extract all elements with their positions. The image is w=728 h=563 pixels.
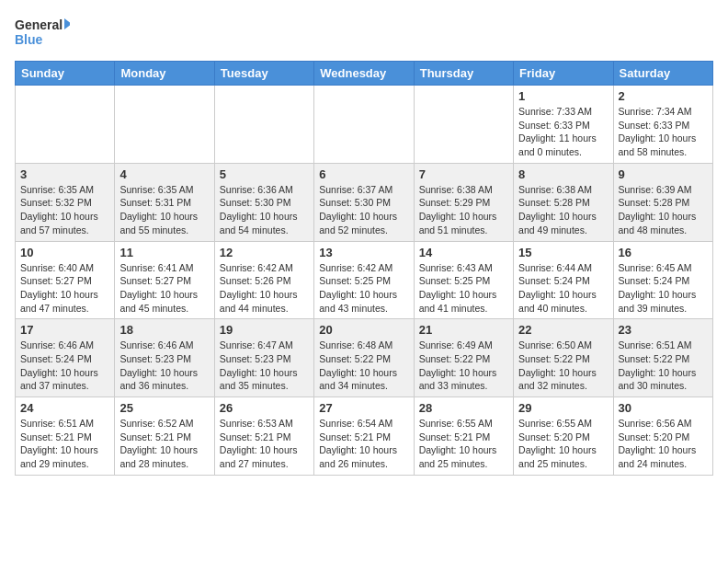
logo-svg: General Blue <box>15 15 70 52</box>
day-info: Sunrise: 6:52 AM Sunset: 5:21 PM Dayligh… <box>119 417 209 471</box>
logo: General Blue <box>15 15 70 52</box>
day-info: Sunrise: 6:42 AM Sunset: 5:26 PM Dayligh… <box>220 261 309 316</box>
day-number: 8 <box>518 167 608 181</box>
day-info: Sunrise: 6:43 AM Sunset: 5:25 PM Dayligh… <box>419 261 508 316</box>
weekday-header-friday: Friday <box>514 62 613 86</box>
day-info: Sunrise: 6:35 AM Sunset: 5:31 PM Dayligh… <box>119 183 209 237</box>
day-number: 7 <box>419 167 508 181</box>
day-number: 3 <box>20 167 109 181</box>
calendar-table: SundayMondayTuesdayWednesdayThursdayFrid… <box>15 61 713 476</box>
day-info: Sunrise: 6:56 AM Sunset: 5:20 PM Dayligh… <box>619 417 708 471</box>
day-number: 14 <box>419 246 508 259</box>
day-number: 2 <box>619 89 708 103</box>
calendar-cell <box>414 86 513 164</box>
calendar-cell: 7Sunrise: 6:38 AM Sunset: 5:29 PM Daylig… <box>414 163 513 241</box>
day-number: 4 <box>119 167 209 181</box>
calendar-cell: 29Sunrise: 6:55 AM Sunset: 5:20 PM Dayli… <box>514 397 613 476</box>
calendar-cell: 6Sunrise: 6:37 AM Sunset: 5:30 PM Daylig… <box>314 163 414 241</box>
calendar-cell <box>16 86 115 164</box>
calendar-cell: 8Sunrise: 6:38 AM Sunset: 5:28 PM Daylig… <box>514 163 613 241</box>
day-info: Sunrise: 6:53 AM Sunset: 5:21 PM Dayligh… <box>220 417 309 471</box>
weekday-header-tuesday: Tuesday <box>214 62 313 86</box>
day-number: 23 <box>619 323 708 337</box>
calendar-cell: 24Sunrise: 6:51 AM Sunset: 5:21 PM Dayli… <box>16 397 115 476</box>
calendar-cell: 30Sunrise: 6:56 AM Sunset: 5:20 PM Dayli… <box>613 397 712 476</box>
day-number: 10 <box>20 246 109 259</box>
day-number: 1 <box>518 89 608 103</box>
day-info: Sunrise: 6:38 AM Sunset: 5:28 PM Dayligh… <box>518 183 608 237</box>
day-number: 27 <box>319 401 408 415</box>
calendar-week-row: 24Sunrise: 6:51 AM Sunset: 5:21 PM Dayli… <box>16 397 713 476</box>
day-info: Sunrise: 7:33 AM Sunset: 6:33 PM Dayligh… <box>518 105 608 159</box>
calendar-cell: 14Sunrise: 6:43 AM Sunset: 5:25 PM Dayli… <box>414 241 513 319</box>
svg-marker-2 <box>64 18 70 29</box>
day-number: 22 <box>518 323 608 337</box>
calendar-cell <box>214 86 313 164</box>
svg-text:General: General <box>15 17 63 32</box>
calendar-cell: 1Sunrise: 7:33 AM Sunset: 6:33 PM Daylig… <box>514 86 613 164</box>
day-number: 11 <box>119 246 209 259</box>
calendar-cell: 10Sunrise: 6:40 AM Sunset: 5:27 PM Dayli… <box>16 241 115 319</box>
calendar-cell: 22Sunrise: 6:50 AM Sunset: 5:22 PM Dayli… <box>514 319 613 397</box>
day-number: 26 <box>220 401 309 415</box>
day-info: Sunrise: 6:39 AM Sunset: 5:28 PM Dayligh… <box>619 183 708 237</box>
weekday-header-sunday: Sunday <box>16 62 115 86</box>
day-number: 30 <box>619 401 708 415</box>
calendar-cell: 26Sunrise: 6:53 AM Sunset: 5:21 PM Dayli… <box>214 397 313 476</box>
calendar-cell: 3Sunrise: 6:35 AM Sunset: 5:32 PM Daylig… <box>16 163 115 241</box>
weekday-header-thursday: Thursday <box>414 62 513 86</box>
calendar-cell: 11Sunrise: 6:41 AM Sunset: 5:27 PM Dayli… <box>115 241 214 319</box>
day-number: 12 <box>220 246 309 259</box>
day-number: 15 <box>518 246 608 259</box>
day-info: Sunrise: 6:36 AM Sunset: 5:30 PM Dayligh… <box>220 183 309 237</box>
day-info: Sunrise: 6:55 AM Sunset: 5:21 PM Dayligh… <box>419 417 508 471</box>
calendar-week-row: 1Sunrise: 7:33 AM Sunset: 6:33 PM Daylig… <box>16 86 713 164</box>
calendar-cell: 25Sunrise: 6:52 AM Sunset: 5:21 PM Dayli… <box>115 397 214 476</box>
calendar-cell: 16Sunrise: 6:45 AM Sunset: 5:24 PM Dayli… <box>613 241 712 319</box>
calendar-cell: 5Sunrise: 6:36 AM Sunset: 5:30 PM Daylig… <box>214 163 313 241</box>
calendar-cell: 18Sunrise: 6:46 AM Sunset: 5:23 PM Dayli… <box>115 319 214 397</box>
day-info: Sunrise: 6:50 AM Sunset: 5:22 PM Dayligh… <box>518 339 608 393</box>
day-info: Sunrise: 6:47 AM Sunset: 5:23 PM Dayligh… <box>220 339 309 393</box>
weekday-header-wednesday: Wednesday <box>314 62 414 86</box>
day-info: Sunrise: 6:51 AM Sunset: 5:21 PM Dayligh… <box>20 417 109 471</box>
day-number: 28 <box>419 401 508 415</box>
day-info: Sunrise: 6:46 AM Sunset: 5:24 PM Dayligh… <box>20 339 109 393</box>
day-number: 18 <box>119 323 209 337</box>
day-number: 17 <box>20 323 109 337</box>
weekday-header-monday: Monday <box>115 62 214 86</box>
calendar-cell: 9Sunrise: 6:39 AM Sunset: 5:28 PM Daylig… <box>613 163 712 241</box>
day-number: 24 <box>20 401 109 415</box>
day-info: Sunrise: 6:49 AM Sunset: 5:22 PM Dayligh… <box>419 339 508 393</box>
calendar-cell: 27Sunrise: 6:54 AM Sunset: 5:21 PM Dayli… <box>314 397 414 476</box>
calendar-cell: 19Sunrise: 6:47 AM Sunset: 5:23 PM Dayli… <box>214 319 313 397</box>
calendar-header-row: SundayMondayTuesdayWednesdayThursdayFrid… <box>16 62 713 86</box>
svg-text:Blue: Blue <box>15 32 43 47</box>
day-number: 13 <box>319 246 408 259</box>
day-info: Sunrise: 6:54 AM Sunset: 5:21 PM Dayligh… <box>319 417 408 471</box>
day-number: 21 <box>419 323 508 337</box>
calendar-week-row: 3Sunrise: 6:35 AM Sunset: 5:32 PM Daylig… <box>16 163 713 241</box>
day-number: 16 <box>619 246 708 259</box>
calendar-cell <box>115 86 214 164</box>
day-info: Sunrise: 7:34 AM Sunset: 6:33 PM Dayligh… <box>619 105 708 159</box>
day-info: Sunrise: 6:45 AM Sunset: 5:24 PM Dayligh… <box>619 261 708 316</box>
calendar-cell: 4Sunrise: 6:35 AM Sunset: 5:31 PM Daylig… <box>115 163 214 241</box>
day-number: 5 <box>220 167 309 181</box>
weekday-header-saturday: Saturday <box>613 62 712 86</box>
calendar-cell <box>314 86 414 164</box>
day-number: 6 <box>319 167 408 181</box>
day-number: 25 <box>119 401 209 415</box>
calendar-cell: 13Sunrise: 6:42 AM Sunset: 5:25 PM Dayli… <box>314 241 414 319</box>
calendar-week-row: 17Sunrise: 6:46 AM Sunset: 5:24 PM Dayli… <box>16 319 713 397</box>
day-info: Sunrise: 6:40 AM Sunset: 5:27 PM Dayligh… <box>20 261 109 316</box>
day-info: Sunrise: 6:46 AM Sunset: 5:23 PM Dayligh… <box>119 339 209 393</box>
day-info: Sunrise: 6:41 AM Sunset: 5:27 PM Dayligh… <box>119 261 209 316</box>
day-number: 9 <box>619 167 708 181</box>
day-info: Sunrise: 6:51 AM Sunset: 5:22 PM Dayligh… <box>619 339 708 393</box>
calendar-cell: 2Sunrise: 7:34 AM Sunset: 6:33 PM Daylig… <box>613 86 712 164</box>
day-info: Sunrise: 6:48 AM Sunset: 5:22 PM Dayligh… <box>319 339 408 393</box>
day-info: Sunrise: 6:38 AM Sunset: 5:29 PM Dayligh… <box>419 183 508 237</box>
day-info: Sunrise: 6:35 AM Sunset: 5:32 PM Dayligh… <box>20 183 109 237</box>
calendar-cell: 15Sunrise: 6:44 AM Sunset: 5:24 PM Dayli… <box>514 241 613 319</box>
